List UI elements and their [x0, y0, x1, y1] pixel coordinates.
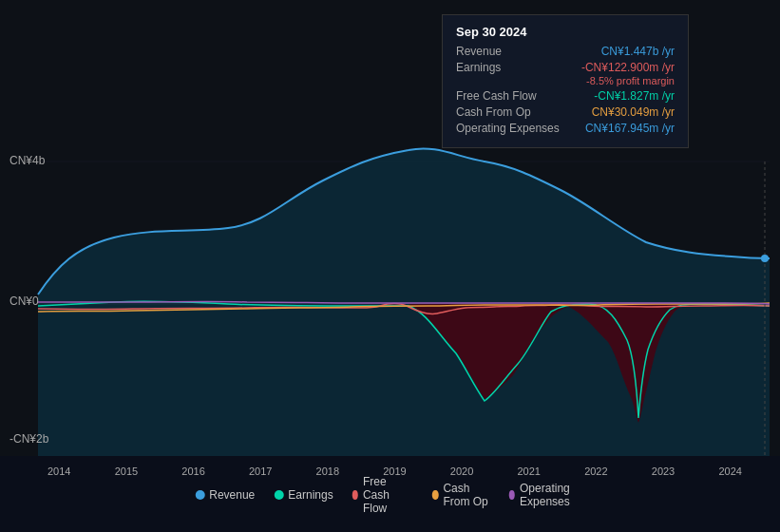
- legend-revenue[interactable]: Revenue: [195, 488, 255, 502]
- x-label-2024: 2024: [718, 466, 741, 477]
- legend-opex[interactable]: Operating Expenses: [509, 482, 585, 508]
- legend-label-opex: Operating Expenses: [520, 482, 585, 508]
- tooltip-label-cashop: Cash From Op: [456, 105, 531, 119]
- legend-earnings[interactable]: Earnings: [274, 488, 333, 502]
- tooltip-row-revenue: Revenue CN¥1.447b /yr: [456, 45, 675, 58]
- tooltip-value-opex: CN¥167.945m /yr: [585, 122, 675, 135]
- tooltip-value-cashop: CN¥30.049m /yr: [592, 105, 675, 119]
- x-label-2014: 2014: [48, 466, 70, 477]
- y-label-top: CN¥4b: [10, 154, 45, 167]
- x-label-2022: 2022: [584, 466, 607, 477]
- legend-dot-opex: [509, 490, 515, 500]
- tooltip-value-earnings: -CN¥122.900m /yr: [581, 61, 675, 74]
- legend-dot-earnings: [274, 490, 283, 500]
- legend-cashop[interactable]: Cash From Op: [432, 482, 490, 508]
- tooltip-value-revenue: CN¥1.447b /yr: [601, 45, 675, 58]
- tooltip-panel: Sep 30 2024 Revenue CN¥1.447b /yr Earnin…: [442, 14, 689, 148]
- legend-label-cashop: Cash From Op: [443, 482, 489, 508]
- legend-label-earnings: Earnings: [288, 488, 333, 502]
- chart-legend: Revenue Earnings Free Cash Flow Cash Fro…: [195, 475, 585, 515]
- legend-dot-cashop: [432, 490, 438, 500]
- y-label-zero: CN¥0: [10, 294, 39, 308]
- tooltip-label-fcf: Free Cash Flow: [456, 89, 537, 103]
- legend-dot-revenue: [195, 490, 204, 500]
- chart-container: CN¥4b CN¥0 -CN¥2b Sep 30 2024 Revenue CN…: [0, 0, 780, 532]
- legend-dot-fcf: [352, 490, 358, 500]
- tooltip-label-opex: Operating Expenses: [456, 122, 560, 135]
- tooltip-label-revenue: Revenue: [456, 45, 502, 58]
- tooltip-label-earnings: Earnings: [456, 61, 501, 74]
- tooltip-value-fcf: -CN¥1.827m /yr: [594, 89, 675, 103]
- tooltip-row-fcf: Free Cash Flow -CN¥1.827m /yr: [456, 89, 675, 103]
- x-label-2015: 2015: [115, 466, 138, 477]
- legend-label-revenue: Revenue: [209, 488, 255, 502]
- y-label-bottom: -CN¥2b: [10, 432, 48, 446]
- tooltip-row-opex: Operating Expenses CN¥167.945m /yr: [456, 122, 675, 135]
- tooltip-date: Sep 30 2024: [456, 25, 675, 39]
- svg-point-4: [761, 255, 769, 262]
- profit-margin-text: -8.5% profit margin: [456, 75, 675, 86]
- legend-fcf[interactable]: Free Cash Flow: [352, 475, 413, 515]
- x-label-2023: 2023: [652, 466, 675, 477]
- tooltip-row-cashop: Cash From Op CN¥30.049m /yr: [456, 105, 675, 119]
- legend-label-fcf: Free Cash Flow: [363, 475, 413, 515]
- tooltip-row-earnings: Earnings -CN¥122.900m /yr: [456, 61, 675, 74]
